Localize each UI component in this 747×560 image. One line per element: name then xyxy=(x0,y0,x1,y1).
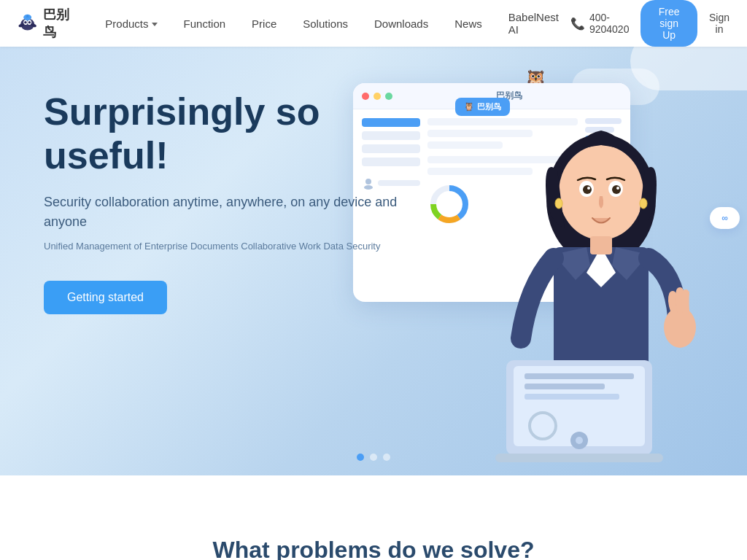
nav-item-price[interactable]: Price xyxy=(240,12,288,36)
slide-dot-3[interactable] xyxy=(383,454,390,461)
navbar: 巴别鸟 Products Function Price Solutions Do… xyxy=(0,0,747,47)
nav-right: 📞 400-9204020 Free sign Up Sign in xyxy=(570,0,729,47)
svg-point-25 xyxy=(612,185,621,194)
chevron-down-icon xyxy=(152,23,158,26)
svg-rect-33 xyxy=(495,454,663,462)
badge-icon: 🦉 xyxy=(464,102,474,112)
svg-point-29 xyxy=(640,198,647,209)
svg-rect-35 xyxy=(525,384,605,389)
nav-links: Products Function Price Solutions Downlo… xyxy=(93,5,570,42)
hero-section: Surprisingly so useful! Security collabo… xyxy=(0,47,747,475)
hero-subtitle: Security collaboration anytime, anywhere… xyxy=(44,192,423,232)
babelnest-label: BabelNest AI xyxy=(508,11,559,36)
svg-point-24 xyxy=(583,185,592,194)
svg-point-28 xyxy=(555,198,562,209)
nav-item-news[interactable]: News xyxy=(443,12,494,36)
phone-icon: 📞 xyxy=(570,17,585,31)
bottom-title: What problems do we solve? xyxy=(15,537,732,560)
nav-item-downloads[interactable]: Downloads xyxy=(363,12,440,36)
logo-text: 巴别鸟 xyxy=(43,6,70,41)
hero-title: Surprisingly so useful! xyxy=(44,90,423,178)
logo[interactable]: 巴别鸟 xyxy=(18,6,70,41)
nav-item-babelnest[interactable]: BabelNest AI xyxy=(497,5,570,42)
slide-dot-1[interactable] xyxy=(357,454,364,461)
svg-rect-21 xyxy=(590,236,612,254)
get-started-button[interactable]: Getting started xyxy=(44,281,167,314)
svg-point-39 xyxy=(576,437,583,444)
nav-item-products[interactable]: Products xyxy=(93,12,169,36)
logo-icon xyxy=(18,9,37,38)
phone-link[interactable]: 📞 400-9204020 xyxy=(570,12,630,35)
nav-item-solutions[interactable]: Solutions xyxy=(291,12,360,36)
character-illustration xyxy=(484,112,732,475)
signup-button[interactable]: Free sign Up xyxy=(640,0,697,47)
svg-rect-34 xyxy=(525,373,634,379)
svg-point-30 xyxy=(664,307,696,348)
svg-point-16 xyxy=(559,145,643,240)
signin-button[interactable]: Sign in xyxy=(709,12,729,35)
hero-content: Surprisingly so useful! Security collabo… xyxy=(44,90,423,314)
character-svg xyxy=(484,112,718,475)
bottom-section: What problems do we solve? xyxy=(0,522,747,560)
donut-chart xyxy=(427,182,471,226)
svg-point-26 xyxy=(587,187,590,190)
function-label: Function xyxy=(184,18,226,30)
news-label: News xyxy=(454,18,482,30)
slide-dot-2[interactable] xyxy=(370,454,377,461)
svg-rect-36 xyxy=(525,394,619,400)
price-label: Price xyxy=(252,18,276,30)
solutions-label: Solutions xyxy=(303,18,348,30)
svg-point-27 xyxy=(616,187,619,190)
downloads-label: Downloads xyxy=(374,18,428,30)
badge-text: 巴别鸟 xyxy=(477,101,501,112)
nav-item-function[interactable]: Function xyxy=(172,12,238,36)
hero-description: Unified Management of Enterprise Documen… xyxy=(44,241,423,252)
slide-dots xyxy=(357,454,390,461)
svg-point-4 xyxy=(28,21,31,23)
phone-number: 400-9204020 xyxy=(589,12,630,35)
svg-point-3 xyxy=(24,21,26,23)
products-label: Products xyxy=(105,18,148,30)
